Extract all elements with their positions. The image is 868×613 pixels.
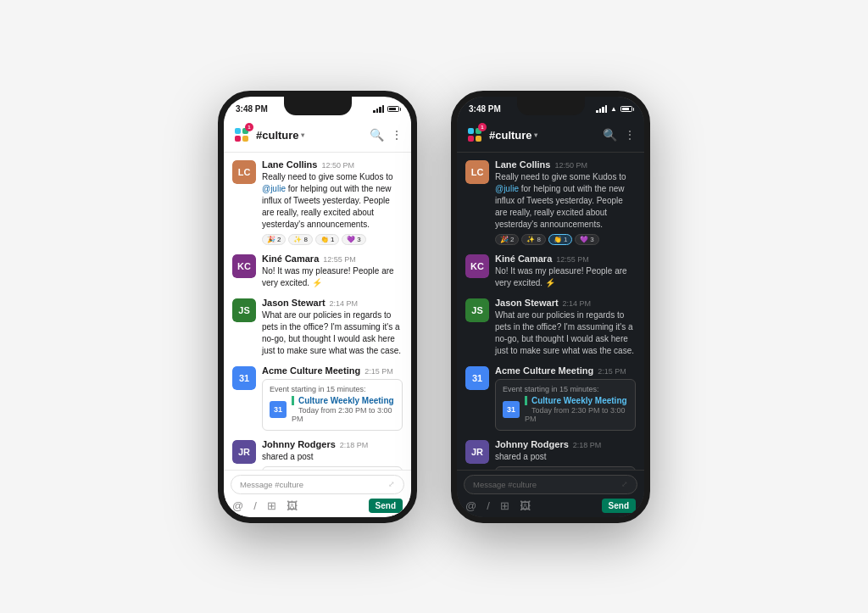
reaction-count: 1 (564, 236, 567, 243)
signal-bar-2 (599, 109, 602, 113)
app-header: 1 #culture▾ 🔍 ⋮ (457, 119, 644, 153)
avatar-initials: KC (465, 254, 489, 278)
expand-icon[interactable]: ⤢ (388, 480, 395, 488)
avatar-initials: 31 (232, 366, 256, 390)
chevron-down-icon: ▾ (301, 131, 304, 139)
reaction-button[interactable]: 💜3 (575, 234, 598, 245)
slash-icon[interactable]: / (487, 499, 490, 512)
event-time: Today from 2:30 PM to 3:00 PM (525, 406, 626, 423)
reaction-button[interactable]: 🎉2 (495, 234, 519, 245)
attach-icon[interactable]: ⊞ (500, 499, 509, 512)
message-author: Jason Stewart (262, 298, 326, 308)
svg-rect-3 (242, 136, 248, 142)
at-icon[interactable]: @ (232, 499, 243, 512)
message-author: Kiné Camara (495, 254, 552, 264)
event-info: Culture Weekly Meeting Today from 2:30 P… (292, 396, 395, 423)
screen-light: 3:48 PM 1 #culture▾ 🔍 ⋮ LC Lane Collins (224, 97, 411, 517)
channel-name[interactable]: #culture▾ (489, 129, 598, 142)
at-icon[interactable]: @ (465, 499, 476, 512)
signal-bar-4 (605, 105, 608, 113)
messages-list: LC Lane Collins 12:50 PM Really need to … (224, 153, 411, 470)
battery-icon (620, 106, 632, 112)
event-card[interactable]: Event starting in 15 minutes: 31 Culture… (262, 379, 403, 431)
header-icons: 🔍 ⋮ (370, 128, 403, 142)
reaction-button[interactable]: ✨8 (288, 234, 312, 245)
message-input-placeholder: Message #culture (473, 480, 537, 489)
avatar-initials: 31 (465, 366, 489, 390)
reaction-button[interactable]: 👏1 (315, 234, 339, 245)
calendar-icon: 31 (503, 401, 520, 418)
expand-icon[interactable]: ⤢ (621, 480, 628, 488)
message-author: Lane Collins (262, 159, 317, 170)
image-icon[interactable]: 🖼 (520, 499, 531, 512)
reaction-button[interactable]: ✨8 (521, 234, 545, 245)
message-author: Lane Collins (495, 159, 550, 170)
message-header: Kiné Camara 12:55 PM (495, 254, 636, 264)
slack-logo[interactable]: 1 (465, 125, 484, 144)
message-time: 2:18 PM (340, 441, 369, 449)
reaction-button[interactable]: 💜3 (342, 234, 365, 245)
send-button[interactable]: Send (602, 499, 636, 513)
message-text: shared a post (495, 451, 636, 463)
message-text: What are our policies in regards to pets… (495, 309, 636, 357)
message-input[interactable]: Message #culture ⤢ (464, 475, 637, 494)
header-icons: 🔍 ⋮ (603, 128, 636, 142)
mention[interactable]: @julie (495, 184, 519, 193)
signal-bar-4 (382, 105, 385, 113)
signal-bar-3 (379, 107, 381, 113)
channel-name[interactable]: #culture▾ (256, 129, 364, 142)
message-header: Kiné Camara 12:55 PM (262, 254, 403, 264)
message-input[interactable]: Message #culture ⤢ (231, 475, 404, 494)
reaction-count: 2 (277, 236, 281, 243)
bottom-actions: @ / ⊞ 🖼 Send (231, 499, 404, 513)
message-time: 2:18 PM (573, 441, 602, 449)
chevron-down-icon: ▾ (534, 131, 537, 139)
avatar-initials: KC (232, 254, 256, 278)
message-group: JS Jason Stewart 2:14 PM What are our po… (232, 298, 403, 357)
search-icon[interactable]: 🔍 (603, 128, 617, 142)
reaction-count: 8 (537, 236, 540, 243)
message-text: shared a post (262, 451, 403, 463)
svg-rect-4 (468, 128, 474, 134)
message-author: Acme Culture Meeting (262, 365, 360, 376)
event-message: Event starting in 15 minutes: (503, 385, 628, 393)
bottom-actions: @ / ⊞ 🖼 Send (464, 499, 637, 513)
reaction-emoji: 🎉 (267, 236, 275, 243)
phone-light: 3:48 PM 1 #culture▾ 🔍 ⋮ LC Lane Collins (218, 91, 417, 523)
reaction-emoji: ✨ (293, 236, 302, 243)
event-title-link[interactable]: Culture Weekly Meeting (525, 396, 628, 405)
event-title-link[interactable]: Culture Weekly Meeting (292, 396, 395, 405)
signal-bar-2 (376, 109, 379, 113)
message-header: Johnny Rodgers 2:18 PM (262, 439, 403, 449)
slack-logo[interactable]: 1 (232, 125, 251, 144)
send-button[interactable]: Send (369, 499, 403, 513)
message-text: Really need to give some Kudos to @julie… (262, 171, 403, 231)
message-input-placeholder: Message #culture (240, 480, 303, 489)
event-card[interactable]: Event starting in 15 minutes: 31 Culture… (495, 379, 636, 431)
slash-icon[interactable]: / (253, 499, 257, 512)
message-group: JR Johnny Rodgers 2:18 PM shared a post … (232, 439, 403, 470)
reaction-count: 3 (357, 236, 360, 243)
message-group: 31 Acme Culture Meeting 2:15 PM Event st… (232, 365, 403, 431)
more-icon[interactable]: ⋮ (391, 128, 403, 142)
attach-icon[interactable]: ⊞ (267, 499, 276, 512)
message-text: No! It was my pleasure! People are very … (495, 265, 636, 289)
search-icon[interactable]: 🔍 (370, 128, 384, 142)
event-time: Today from 2:30 PM to 3:00 PM (292, 406, 392, 423)
reaction-button[interactable]: 🎉2 (262, 234, 286, 245)
reaction-count: 8 (303, 236, 307, 243)
wifi-icon: ▲ (610, 105, 617, 113)
status-icons: ▲ (596, 105, 632, 113)
reaction-emoji: 💜 (580, 236, 588, 243)
image-icon[interactable]: 🖼 (287, 499, 298, 512)
reaction-button[interactable]: 👏1 (548, 234, 572, 245)
reaction-count: 2 (510, 236, 514, 243)
message-time: 2:15 PM (598, 367, 626, 376)
svg-rect-6 (468, 136, 474, 142)
message-time: 12:50 PM (321, 161, 354, 170)
message-header: Acme Culture Meeting 2:15 PM (262, 365, 403, 376)
more-icon[interactable]: ⋮ (624, 128, 636, 142)
event-info: Culture Weekly Meeting Today from 2:30 P… (525, 396, 628, 423)
mention[interactable]: @julie (262, 184, 286, 193)
status-icons (373, 105, 399, 113)
